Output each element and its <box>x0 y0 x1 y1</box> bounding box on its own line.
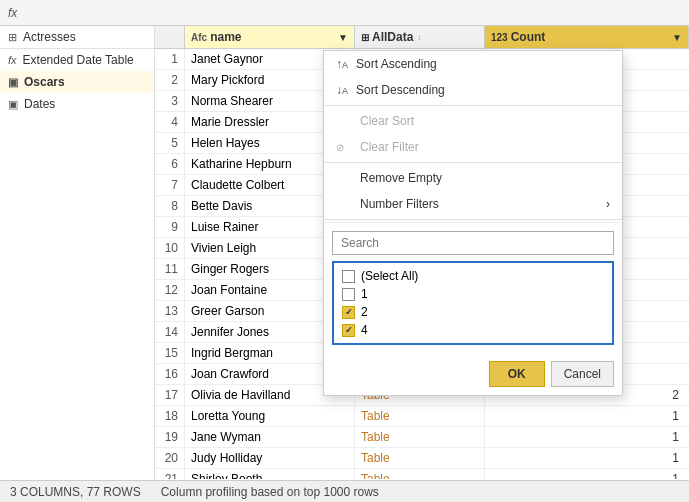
main-area: Afc name ▼ ⊞ AllData ↕ 123 Count ▼ <box>155 26 689 480</box>
menu-divider-3 <box>324 219 622 220</box>
cell-count: 1 <box>485 469 689 479</box>
filter-label-select-all: (Select All) <box>361 269 418 283</box>
col-count-label: Count <box>511 30 546 44</box>
columns-rows-count: 3 COLUMNS, 77 ROWS <box>10 485 141 499</box>
cell-num: 19 <box>155 427 185 447</box>
table-row[interactable]: 21Shirley BoothTable1 <box>155 469 689 479</box>
checkbox-select-all[interactable] <box>342 270 355 283</box>
table-small-icon: ▣ <box>8 98 18 111</box>
cell-num: 15 <box>155 343 185 363</box>
menu-clear-filter: ⊘ Clear Filter <box>324 134 622 160</box>
sidebar-item-oscars[interactable]: ▣ Oscars <box>0 71 154 93</box>
menu-clear-sort: Clear Sort <box>324 108 622 134</box>
filter-list: (Select All) 1 ✓ 2 <box>332 261 614 345</box>
col-name-label: name <box>210 30 241 44</box>
cell-num: 8 <box>155 196 185 216</box>
status-bar: 3 COLUMNS, 77 ROWS Column profiling base… <box>0 480 689 502</box>
menu-sort-desc-label: Sort Descending <box>356 83 445 97</box>
table-row[interactable]: 20Judy HollidayTable1 <box>155 448 689 469</box>
profiling-info: Column profiling based on top 1000 rows <box>161 485 379 499</box>
cell-num: 21 <box>155 469 185 479</box>
cell-num: 3 <box>155 91 185 111</box>
menu-clear-sort-label: Clear Sort <box>360 114 414 128</box>
menu-number-filters-label: Number Filters <box>360 197 439 211</box>
cell-alldata: Table <box>355 406 485 426</box>
table-small-icon: ▣ <box>8 76 18 89</box>
filter-label-4: 4 <box>361 323 368 337</box>
clear-filter-icon: ⊘ <box>336 142 352 153</box>
cell-num: 9 <box>155 217 185 237</box>
table-icon: ⊞ <box>8 31 17 44</box>
sidebar-item-extended[interactable]: fx Extended Date Table <box>0 49 154 71</box>
menu-sort-descending[interactable]: ↓A Sort Descending <box>324 77 622 103</box>
menu-sort-asc-label: Sort Ascending <box>356 57 437 71</box>
filter-label-2: 2 <box>361 305 368 319</box>
table-row[interactable]: 18Loretta YoungTable1 <box>155 406 689 427</box>
menu-remove-empty-label: Remove Empty <box>360 171 442 185</box>
filter-item-2[interactable]: ✓ 2 <box>338 303 608 321</box>
col-header-count[interactable]: 123 Count ▼ <box>485 26 689 48</box>
checkbox-val-4[interactable]: ✓ <box>342 324 355 337</box>
sidebar-label: Dates <box>24 97 55 111</box>
filter-buttons: OK Cancel <box>324 353 622 395</box>
submenu-arrow-icon: › <box>606 197 610 211</box>
filter-item-select-all[interactable]: (Select All) <box>338 267 608 285</box>
col-count-arrow[interactable]: ▼ <box>672 32 682 43</box>
cell-num: 14 <box>155 322 185 342</box>
col-alldata-icon: ⊞ <box>361 32 369 43</box>
checkbox-val-1[interactable] <box>342 288 355 301</box>
formula-bar: fx <box>0 0 689 26</box>
col-alldata-label: AllData <box>372 30 413 44</box>
filter-item-1[interactable]: 1 <box>338 285 608 303</box>
cell-name: Jane Wyman <box>185 427 355 447</box>
cell-num: 4 <box>155 112 185 132</box>
cancel-button[interactable]: Cancel <box>551 361 614 387</box>
menu-sort-ascending[interactable]: ↑A Sort Ascending <box>324 51 622 77</box>
cell-name: Shirley Booth <box>185 469 355 479</box>
check-mark: ✓ <box>345 325 353 335</box>
cell-num: 10 <box>155 238 185 258</box>
cell-num: 11 <box>155 259 185 279</box>
cell-num: 17 <box>155 385 185 405</box>
sort-desc-icon: ↓A <box>336 83 348 97</box>
cell-num: 13 <box>155 301 185 321</box>
cell-num: 20 <box>155 448 185 468</box>
ok-button[interactable]: OK <box>489 361 545 387</box>
menu-clear-filter-label: Clear Filter <box>360 140 419 154</box>
col-header-alldata[interactable]: ⊞ AllData ↕ <box>355 26 485 48</box>
dropdown-menu: ↑A Sort Ascending ↓A Sort Descending Cle… <box>323 50 623 396</box>
sidebar-item-dates[interactable]: ▣ Dates <box>0 93 154 115</box>
cell-alldata: Table <box>355 427 485 447</box>
col-count-icon: 123 <box>491 32 508 43</box>
sort-asc-icon: ↑A <box>336 57 348 71</box>
filter-label-1: 1 <box>361 287 368 301</box>
filter-panel: (Select All) 1 ✓ 2 <box>324 222 622 353</box>
cell-num: 2 <box>155 70 185 90</box>
search-input[interactable] <box>332 231 614 255</box>
cell-num: 7 <box>155 175 185 195</box>
menu-number-filters[interactable]: Number Filters › <box>324 191 622 217</box>
cell-count: 1 <box>485 427 689 447</box>
col-header-num <box>155 26 185 48</box>
cell-num: 18 <box>155 406 185 426</box>
cell-num: 5 <box>155 133 185 153</box>
fx-icon: fx <box>8 6 17 20</box>
cell-num: 1 <box>155 49 185 69</box>
table-header: Afc name ▼ ⊞ AllData ↕ 123 Count ▼ <box>155 26 689 49</box>
sidebar-item-actresses[interactable]: ⊞ Actresses <box>0 26 154 48</box>
col-name-icon: Afc <box>191 32 207 43</box>
col-name-arrow[interactable]: ▼ <box>338 32 348 43</box>
sidebar-label: Actresses <box>23 30 76 44</box>
menu-divider-2 <box>324 162 622 163</box>
filter-item-4[interactable]: ✓ 4 <box>338 321 608 339</box>
col-alldata-sort-icon: ↕ <box>417 32 422 42</box>
fx-sidebar-icon: fx <box>8 54 17 66</box>
cell-num: 16 <box>155 364 185 384</box>
cell-num: 6 <box>155 154 185 174</box>
cell-alldata: Table <box>355 448 485 468</box>
table-row[interactable]: 19Jane WymanTable1 <box>155 427 689 448</box>
cell-alldata: Table <box>355 469 485 479</box>
checkbox-val-2[interactable]: ✓ <box>342 306 355 319</box>
menu-remove-empty[interactable]: Remove Empty <box>324 165 622 191</box>
col-header-name[interactable]: Afc name ▼ <box>185 26 355 48</box>
